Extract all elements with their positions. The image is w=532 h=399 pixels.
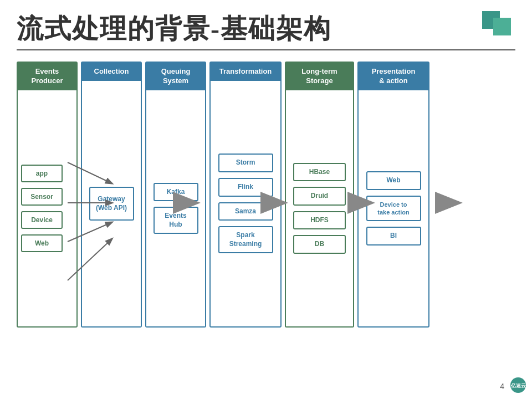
- logo-area: [482, 11, 515, 42]
- item-storm: Storm: [218, 154, 273, 172]
- col-body-queuing: Kafka EventsHub: [146, 90, 205, 326]
- diagram-wrapper: EventsProducer app Sensor Device Web Col…: [17, 62, 515, 333]
- item-hbase: HBase: [293, 163, 346, 182]
- diagram: EventsProducer app Sensor Device Web Col…: [17, 62, 515, 328]
- column-queuing-system: QueuingSystem Kafka EventsHub: [145, 62, 206, 328]
- col-body-transformation: Storm Flink Samza SparkStreaming: [211, 81, 280, 326]
- item-web: Web: [21, 234, 63, 252]
- svg-text:亿速云: 亿速云: [510, 383, 526, 388]
- col-header-longstorage: Long-termStorage: [286, 63, 353, 90]
- column-transformation: Transformation Storm Flink Samza SparkSt…: [209, 62, 282, 328]
- item-sensor: Sensor: [21, 188, 63, 206]
- item-events-hub: EventsHub: [154, 207, 198, 234]
- logo-squares: [482, 11, 515, 42]
- item-druid: Druid: [293, 187, 346, 206]
- col-body-collection: Gateway(Web API): [82, 81, 141, 326]
- brand-icon-svg: 亿速云: [510, 377, 526, 393]
- col-header-queuing: QueuingSystem: [146, 63, 205, 90]
- title-divider: [17, 49, 515, 50]
- column-collection: Collection Gateway(Web API): [81, 62, 142, 328]
- column-long-term-storage: Long-termStorage HBase Druid HDFS DB: [285, 62, 354, 328]
- col-body-events-producer: app Sensor Device Web: [18, 90, 76, 326]
- page-number: 4: [500, 382, 504, 391]
- logo-square-2: [493, 18, 511, 35]
- item-web-presentation: Web: [366, 171, 421, 190]
- col-body-presentation: Web Device totake action BI: [359, 90, 428, 326]
- col-header-presentation: Presentation& action: [359, 63, 428, 90]
- col-header-events-producer: EventsProducer: [18, 63, 76, 90]
- item-device: Device: [21, 211, 63, 229]
- brand-logo: 亿速云: [510, 377, 526, 393]
- column-presentation-action: Presentation& action Web Device totake a…: [357, 62, 429, 328]
- item-spark-streaming: SparkStreaming: [218, 226, 273, 253]
- item-bi: BI: [366, 227, 421, 245]
- slide-title: 流式处理的背景-基础架构: [17, 11, 515, 47]
- item-db: DB: [293, 235, 346, 254]
- slide: 流式处理的背景-基础架构: [0, 0, 532, 399]
- item-device-action: Device totake action: [366, 196, 421, 222]
- item-hdfs: HDFS: [293, 211, 346, 230]
- col-header-transformation: Transformation: [211, 63, 280, 81]
- title-area: 流式处理的背景-基础架构: [17, 11, 515, 50]
- col-header-collection: Collection: [82, 63, 141, 81]
- col-body-longstorage: HBase Druid HDFS DB: [286, 90, 353, 326]
- item-app: app: [21, 165, 63, 182]
- item-flink: Flink: [218, 178, 273, 197]
- item-kafka: Kafka: [154, 183, 198, 202]
- column-events-producer: EventsProducer app Sensor Device Web: [17, 62, 78, 328]
- item-samza: Samza: [218, 202, 273, 221]
- item-gateway: Gateway(Web API): [89, 187, 134, 221]
